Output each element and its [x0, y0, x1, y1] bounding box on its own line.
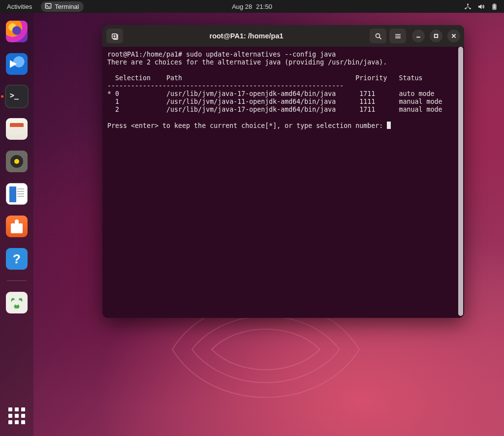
terminal-content[interactable]: root@PA1:/home/pa1# sudo update-alternat… — [102, 47, 464, 318]
search-icon — [375, 32, 382, 40]
show-applications-button[interactable] — [8, 407, 25, 424]
table-row: 2 /usr/lib/jvm/java-17-openjdk-amd64/bin… — [107, 106, 442, 113]
new-tab-icon — [111, 32, 119, 40]
rhythmbox-icon — [6, 151, 28, 172]
app-menu-button[interactable]: Terminal — [41, 1, 84, 12]
table-row: 1 /usr/lib/jvm/java-11-openjdk-amd64/bin… — [107, 98, 442, 105]
svg-rect-9 — [435, 34, 438, 37]
top-bar: Activities Terminal Aug 28 21:50 — [0, 0, 504, 13]
text-cursor — [387, 122, 391, 129]
dock-libreoffice-writer[interactable] — [5, 182, 29, 206]
command-text: sudo update-alternatives --config java — [186, 51, 336, 58]
prompt-instruction: Press <enter> to keep the current choice… — [107, 122, 387, 129]
grid-icon — [8, 407, 25, 424]
minimize-button[interactable] — [412, 30, 425, 42]
dock-rhythmbox[interactable] — [5, 150, 29, 173]
help-icon: ? — [6, 248, 28, 270]
new-tab-button[interactable] — [106, 29, 123, 43]
firefox-icon — [6, 21, 28, 42]
svg-rect-6 — [493, 5, 495, 9]
search-button[interactable] — [370, 29, 386, 43]
dock-separator — [7, 280, 27, 281]
dock-help[interactable]: ? — [5, 247, 29, 271]
volume-icon[interactable] — [477, 3, 485, 10]
activities-button[interactable]: Activities — [5, 2, 34, 11]
minimize-icon — [415, 33, 421, 39]
app-menu-label: Terminal — [55, 3, 79, 10]
trash-icon — [6, 292, 28, 313]
running-indicator — [1, 95, 3, 98]
dock-thunderbird[interactable] — [5, 52, 29, 76]
table-row: * 0 /usr/lib/jvm/java-17-openjdk-amd64/b… — [107, 90, 434, 97]
close-icon — [451, 33, 457, 39]
network-icon[interactable] — [464, 3, 472, 10]
window-title: root@PA1: /home/pa1 — [126, 32, 367, 40]
maximize-button[interactable] — [430, 30, 442, 42]
terminal-icon: >_ — [6, 86, 28, 107]
dock: >_ ? — [0, 13, 33, 436]
table-divider: ----------------------------------------… — [107, 82, 344, 90]
output-line: There are 2 choices for the alternative … — [107, 59, 387, 66]
dock-ubuntu-software[interactable] — [5, 215, 29, 238]
clock-time: 21:50 — [256, 3, 272, 10]
scrollbar[interactable] — [458, 47, 463, 316]
dock-firefox[interactable] — [5, 20, 29, 43]
thunderbird-icon — [6, 53, 28, 75]
writer-icon — [6, 183, 28, 205]
terminal-window: root@PA1: /home/pa1 root@PA1:/home/pa1# … — [102, 25, 464, 318]
terminal-icon — [45, 2, 52, 11]
clock-date: Aug 28 — [232, 3, 252, 10]
dock-trash[interactable] — [5, 291, 29, 314]
table-header: Selection Path Priority Status — [107, 74, 422, 82]
hamburger-icon — [394, 32, 402, 40]
close-button[interactable] — [447, 30, 460, 42]
files-icon — [6, 118, 28, 140]
dock-files[interactable] — [5, 117, 29, 141]
titlebar[interactable]: root@PA1: /home/pa1 — [102, 25, 464, 47]
hamburger-menu-button[interactable] — [389, 29, 406, 43]
svg-point-1 — [467, 3, 469, 5]
dock-terminal[interactable]: >_ — [5, 85, 29, 108]
battery-icon[interactable] — [491, 3, 498, 10]
prompt: root@PA1:/home/pa1# — [107, 51, 186, 58]
maximize-icon — [433, 33, 439, 39]
clock[interactable]: Aug 28 21:50 — [232, 3, 272, 10]
svg-rect-5 — [494, 3, 495, 4]
software-icon — [6, 216, 28, 237]
svg-rect-0 — [46, 3, 51, 8]
